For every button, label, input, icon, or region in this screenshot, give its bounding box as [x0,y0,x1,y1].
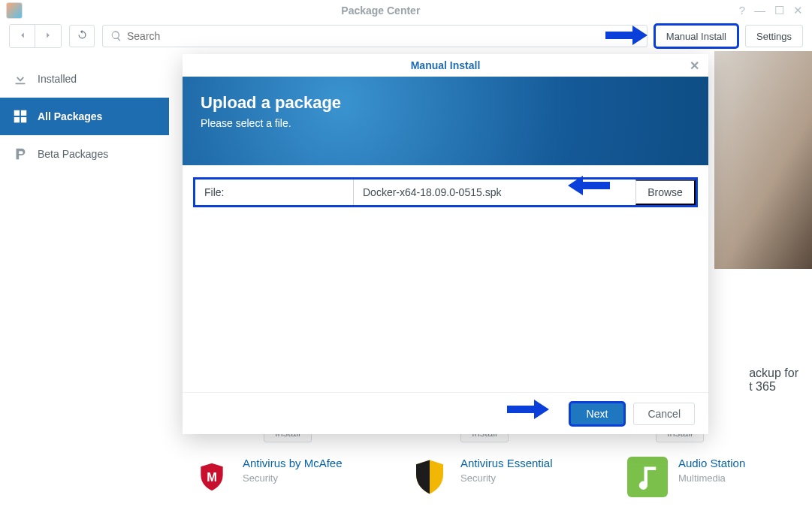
close-window-icon[interactable]: ✕ [793,4,803,17]
toolbar: Manual Install Settings [0,21,812,51]
search-icon [110,30,122,42]
sidebar-item-beta-packages[interactable]: Beta Packages [0,135,169,173]
chevron-left-icon [17,30,28,41]
music-icon [627,457,668,497]
card-category: Security [243,472,343,484]
card-title: Antivirus by McAfee [243,457,343,469]
shield-icon [409,457,450,497]
card-category: Multimedia [678,472,745,484]
sidebar-item-all-packages[interactable]: All Packages [0,98,169,135]
manual-install-button[interactable]: Manual Install [655,25,738,47]
sidebar: Installed All Packages Beta Packages [0,51,169,513]
search-input[interactable] [127,30,639,42]
next-button[interactable]: Next [570,403,625,425]
dialog-title: Manual Install [411,59,481,71]
card-title: Antivirus Essential [460,457,553,469]
dialog-title-bar: Manual Install ✕ [183,54,708,77]
help-icon[interactable]: ? [739,4,745,17]
svg-text:M: M [207,470,217,484]
forward-button[interactable] [35,25,61,47]
search-field[interactable] [102,25,647,47]
refresh-button[interactable] [69,25,95,47]
teaser-line-2: t 365 [749,380,798,394]
mcafee-icon: M [192,457,232,497]
teaser-line-1: ackup for [749,367,798,380]
dialog-subheading: Please select a file. [201,117,690,129]
browse-button[interactable]: Browse [635,180,696,205]
sidebar-item-label: Installed [38,73,77,85]
file-label: File: [195,180,353,205]
app-icon [6,2,23,19]
chevron-right-icon [43,30,53,41]
dialog-heading: Upload a package [201,93,690,113]
tutorial-arrow-icon [507,398,549,421]
sidebar-item-label: All Packages [38,110,102,122]
card-title: Audio Station [678,457,745,469]
dialog-body-spacer [183,219,708,392]
sidebar-item-installed[interactable]: Installed [0,60,169,98]
beta-icon [12,146,29,162]
dialog-footer: Next Cancel [183,392,708,434]
settings-button[interactable]: Settings [745,25,803,47]
download-icon [12,71,29,87]
dialog-banner: Upload a package Please select a file. [183,77,708,165]
cancel-button[interactable]: Cancel [633,403,695,425]
hero-image [714,51,812,269]
sidebar-item-label: Beta Packages [38,148,108,160]
tutorial-arrow-icon [605,24,647,47]
teaser-title: ackup for t 365 [749,367,798,394]
window-controls: ? — ☐ ✕ [739,4,812,17]
close-icon[interactable]: ✕ [690,59,699,73]
window-title: Package Center [23,5,739,17]
manual-install-dialog: Manual Install ✕ Upload a package Please… [183,54,708,434]
tutorial-arrow-icon [568,174,610,197]
card-category: Security [460,472,553,484]
titlebar: Package Center ? — ☐ ✕ [0,0,812,21]
refresh-icon [77,29,88,41]
nav-buttons [9,24,62,48]
package-card[interactable]: Audio Station Multimedia [627,457,812,497]
grid-icon [12,108,29,125]
package-card[interactable]: M Antivirus by McAfee Security [192,457,379,497]
package-card[interactable]: Antivirus Essential Security [409,457,597,497]
file-row: File: Docker-x64-18.09.0-0515.spk Browse [195,179,696,206]
maximize-icon[interactable]: ☐ [774,4,784,17]
package-cards: M Antivirus by McAfee Security Antivirus… [192,457,812,497]
minimize-icon[interactable]: — [754,4,765,17]
back-button[interactable] [10,25,35,47]
